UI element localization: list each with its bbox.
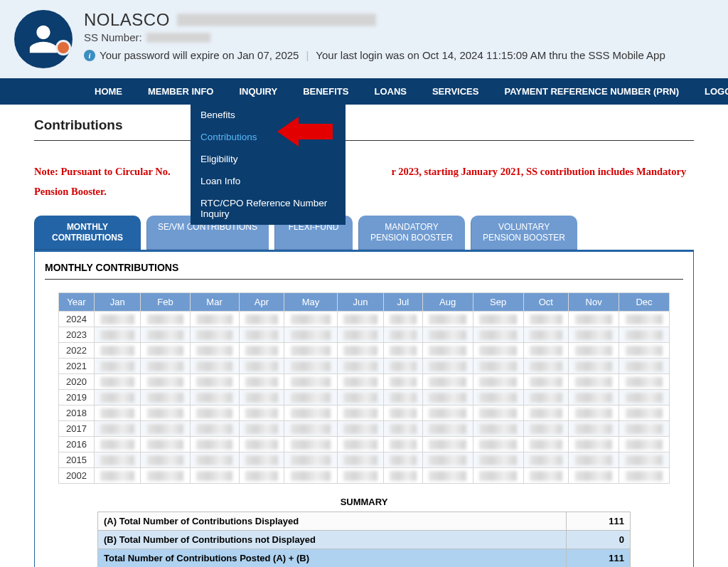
contribution-cell	[523, 312, 569, 327]
contribution-cell	[523, 421, 569, 437]
panel-title: MONTHLY CONTRIBUTIONS	[45, 262, 683, 280]
table-header: Jul	[384, 293, 423, 312]
contribution-cell	[523, 359, 569, 374]
dropdown-loan-info[interactable]: Loan Info	[191, 170, 346, 192]
contribution-cell	[569, 327, 619, 343]
contribution-cell	[523, 327, 569, 343]
contribution-cell	[284, 359, 338, 374]
ss-number-redacted	[146, 33, 210, 43]
contribution-cell	[239, 359, 284, 374]
table-row: 2002	[59, 468, 670, 484]
contribution-cell	[473, 327, 523, 343]
table-header: Jan	[95, 293, 141, 312]
contribution-cell	[239, 390, 284, 406]
table-row: 2021	[59, 359, 670, 374]
nav-member-info[interactable]: MEMBER INFO	[135, 78, 226, 105]
summary-row-a: (A) Total Number of Contributions Displa…	[98, 512, 631, 531]
table-header: Oct	[523, 293, 569, 312]
year-cell: 2023	[59, 327, 95, 343]
contribution-cell	[473, 406, 523, 421]
contribution-cell	[239, 406, 284, 421]
contribution-cell	[239, 312, 284, 327]
contribution-cell	[619, 390, 670, 406]
table-header: Sep	[473, 293, 523, 312]
contribution-cell	[141, 468, 190, 484]
contribution-cell	[337, 421, 383, 437]
contribution-cell	[337, 390, 383, 406]
contribution-cell	[337, 374, 383, 390]
highlight-arrow-icon	[277, 115, 333, 151]
contribution-cell	[569, 468, 619, 484]
nav-benefits[interactable]: BENEFITS	[290, 78, 361, 105]
contribution-cell	[239, 374, 284, 390]
summary-row-total-label: Total Number of Contributions Posted (A)…	[98, 549, 567, 567]
summary-row-a-label: (A) Total Number of Contributions Displa…	[98, 512, 567, 531]
nav-logout[interactable]: LOGOUT	[692, 78, 728, 105]
contribution-cell	[284, 327, 338, 343]
contribution-cell	[337, 343, 383, 359]
table-row: 2016	[59, 437, 670, 452]
contribution-cell	[619, 327, 670, 343]
summary-row-a-value: 111	[567, 512, 631, 531]
contribution-cell	[569, 312, 619, 327]
contributions-panel: MONTHLY CONTRIBUTIONS YearJanFebMarAprMa…	[34, 250, 694, 567]
contribution-cell	[619, 374, 670, 390]
contribution-cell	[190, 468, 239, 484]
nav-home[interactable]: HOME	[82, 78, 135, 105]
contribution-cell	[239, 452, 284, 468]
year-cell: 2020	[59, 374, 95, 390]
contribution-cell	[337, 359, 383, 374]
table-row: 2015	[59, 452, 670, 468]
nav-inquiry[interactable]: INQUIRY	[226, 78, 290, 105]
dropdown-rtc[interactable]: RTC/CPO Reference Number Inquiry	[191, 192, 346, 225]
table-header: Aug	[422, 293, 473, 312]
dropdown-eligibility[interactable]: Eligibility	[191, 148, 346, 170]
user-info-block: NOLASCO SS Number: i Your password will …	[84, 10, 714, 61]
nav-services[interactable]: SERVICES	[419, 78, 492, 105]
tab-voluntary[interactable]: VOLUNTARY PENSION BOOSTER	[471, 216, 577, 250]
contribution-cell	[95, 452, 141, 468]
contribution-cell	[337, 468, 383, 484]
tab-mandatory[interactable]: MANDATORY PENSION BOOSTER	[358, 216, 465, 250]
contribution-cell	[569, 406, 619, 421]
contribution-cell	[337, 452, 383, 468]
user-name: NOLASCO	[84, 10, 170, 30]
contribution-cell	[239, 327, 284, 343]
contribution-cell	[95, 468, 141, 484]
table-row: 2018	[59, 406, 670, 421]
summary-table: (A) Total Number of Contributions Displa…	[97, 512, 631, 567]
notification-badge-icon[interactable]	[55, 40, 71, 55]
contribution-cell	[337, 437, 383, 452]
year-cell: 2019	[59, 390, 95, 406]
contribution-cell	[141, 421, 190, 437]
contribution-cell	[284, 406, 338, 421]
year-cell: 2015	[59, 452, 95, 468]
table-row: 2024	[59, 312, 670, 327]
contribution-cell	[95, 437, 141, 452]
note-prefix: Note: Pursuant to Circular No.	[34, 166, 171, 177]
page-title: Contributions	[34, 117, 694, 141]
contribution-cell	[95, 312, 141, 327]
summary-row-total-value: 111	[567, 549, 631, 567]
page-title-section: Contributions	[0, 105, 728, 141]
contribution-cell	[473, 374, 523, 390]
separator: |	[306, 49, 309, 61]
contribution-cell	[473, 390, 523, 406]
contribution-cell	[190, 390, 239, 406]
contribution-cell	[95, 327, 141, 343]
table-header: Jun	[337, 293, 383, 312]
contribution-cell	[190, 327, 239, 343]
contribution-cell	[337, 406, 383, 421]
contribution-cell	[141, 312, 190, 327]
nav-prn[interactable]: PAYMENT REFERENCE NUMBER (PRN)	[491, 78, 692, 105]
tab-monthly[interactable]: MONTHLY CONTRIBUTIONS	[34, 216, 141, 250]
contribution-cell	[284, 390, 338, 406]
contribution-cell	[569, 421, 619, 437]
year-cell: 2002	[59, 468, 95, 484]
contribution-cell	[384, 421, 423, 437]
contribution-cell	[619, 406, 670, 421]
nav-loans[interactable]: LOANS	[361, 78, 419, 105]
contribution-cell	[384, 452, 423, 468]
contribution-cell	[473, 452, 523, 468]
table-header: Mar	[190, 293, 239, 312]
